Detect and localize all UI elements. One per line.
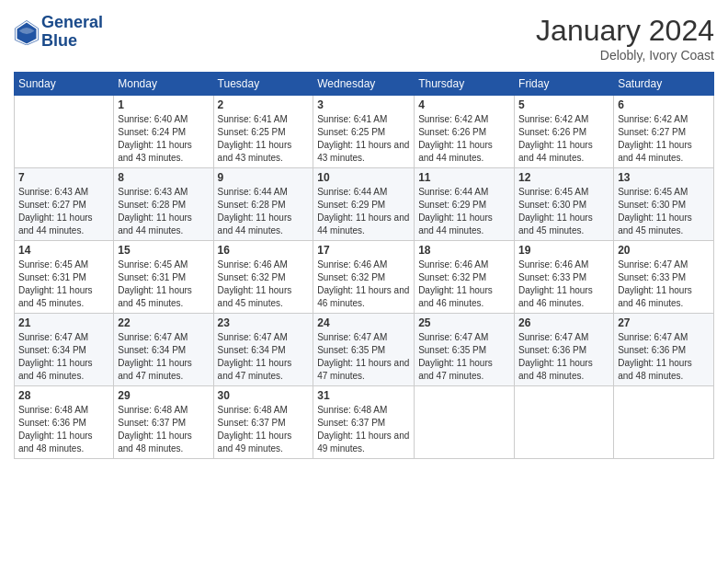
calendar-cell: [614, 386, 714, 459]
calendar-cell: 16Sunrise: 6:46 AMSunset: 6:32 PMDayligh…: [213, 241, 313, 314]
day-info: Sunrise: 6:43 AMSunset: 6:28 PMDaylight:…: [118, 186, 209, 237]
calendar-cell: 17Sunrise: 6:46 AMSunset: 6:32 PMDayligh…: [313, 241, 415, 314]
day-number: 8: [118, 171, 209, 184]
day-info: Sunrise: 6:43 AMSunset: 6:27 PMDaylight:…: [18, 186, 109, 237]
day-info: Sunrise: 6:47 AMSunset: 6:36 PMDaylight:…: [518, 331, 609, 383]
day-info: Sunrise: 6:44 AMSunset: 6:29 PMDaylight:…: [317, 186, 410, 237]
day-number: 13: [618, 171, 710, 184]
day-number: 18: [418, 244, 510, 257]
calendar-cell: 3Sunrise: 6:41 AMSunset: 6:25 PMDaylight…: [313, 96, 415, 168]
calendar-cell: 6Sunrise: 6:42 AMSunset: 6:27 PMDaylight…: [614, 96, 714, 168]
calendar-cell: 25Sunrise: 6:47 AMSunset: 6:35 PMDayligh…: [415, 314, 515, 386]
weekday-friday: Friday: [515, 73, 614, 96]
calendar-cell: 28Sunrise: 6:48 AMSunset: 6:36 PMDayligh…: [15, 386, 114, 459]
weekday-wednesday: Wednesday: [313, 73, 415, 96]
day-number: 12: [518, 171, 609, 184]
day-info: Sunrise: 6:45 AMSunset: 6:31 PMDaylight:…: [118, 259, 209, 310]
calendar-cell: 8Sunrise: 6:43 AMSunset: 6:28 PMDaylight…: [114, 168, 213, 241]
logo-text: General Blue: [41, 14, 103, 51]
calendar-cell: 30Sunrise: 6:48 AMSunset: 6:37 PMDayligh…: [213, 386, 313, 459]
calendar-cell: 15Sunrise: 6:45 AMSunset: 6:31 PMDayligh…: [114, 241, 213, 314]
weekday-monday: Monday: [114, 73, 213, 96]
day-info: Sunrise: 6:46 AMSunset: 6:33 PMDaylight:…: [518, 259, 609, 310]
day-info: Sunrise: 6:47 AMSunset: 6:34 PMDaylight:…: [118, 331, 209, 383]
day-number: 9: [218, 171, 310, 184]
calendar-cell: 19Sunrise: 6:46 AMSunset: 6:33 PMDayligh…: [515, 241, 614, 314]
calendar-cell: 10Sunrise: 6:44 AMSunset: 6:29 PMDayligh…: [313, 168, 415, 241]
day-info: Sunrise: 6:44 AMSunset: 6:28 PMDaylight:…: [218, 186, 310, 237]
location: Delobly, Ivory Coast: [536, 48, 714, 63]
calendar-cell: 9Sunrise: 6:44 AMSunset: 6:28 PMDaylight…: [213, 168, 313, 241]
calendar-cell: 26Sunrise: 6:47 AMSunset: 6:36 PMDayligh…: [515, 314, 614, 386]
calendar-cell: 18Sunrise: 6:46 AMSunset: 6:32 PMDayligh…: [415, 241, 515, 314]
day-number: 29: [118, 389, 209, 402]
day-number: 20: [618, 244, 710, 257]
calendar-cell: 4Sunrise: 6:42 AMSunset: 6:26 PMDaylight…: [415, 96, 515, 168]
calendar-cell: 5Sunrise: 6:42 AMSunset: 6:26 PMDaylight…: [515, 96, 614, 168]
calendar-cell: [515, 386, 614, 459]
day-number: 21: [18, 316, 109, 329]
weekday-sunday: Sunday: [15, 73, 114, 96]
day-info: Sunrise: 6:47 AMSunset: 6:35 PMDaylight:…: [317, 331, 410, 383]
calendar-cell: 21Sunrise: 6:47 AMSunset: 6:34 PMDayligh…: [15, 314, 114, 386]
weekday-saturday: Saturday: [614, 73, 714, 96]
calendar-cell: 31Sunrise: 6:48 AMSunset: 6:37 PMDayligh…: [313, 386, 415, 459]
day-info: Sunrise: 6:45 AMSunset: 6:30 PMDaylight:…: [518, 186, 609, 237]
calendar-cell: 23Sunrise: 6:47 AMSunset: 6:34 PMDayligh…: [213, 314, 313, 386]
logo-line1: General: [41, 14, 103, 32]
calendar-week-5: 28Sunrise: 6:48 AMSunset: 6:36 PMDayligh…: [15, 386, 714, 459]
day-number: 7: [18, 171, 109, 184]
calendar-week-3: 14Sunrise: 6:45 AMSunset: 6:31 PMDayligh…: [15, 241, 714, 314]
day-number: 27: [618, 316, 710, 329]
calendar-cell: [15, 96, 114, 168]
day-info: Sunrise: 6:45 AMSunset: 6:30 PMDaylight:…: [618, 186, 710, 237]
calendar-cell: 12Sunrise: 6:45 AMSunset: 6:30 PMDayligh…: [515, 168, 614, 241]
day-number: 24: [317, 316, 410, 329]
day-info: Sunrise: 6:47 AMSunset: 6:35 PMDaylight:…: [418, 331, 510, 383]
day-number: 14: [18, 244, 109, 257]
calendar-week-1: 1Sunrise: 6:40 AMSunset: 6:24 PMDaylight…: [15, 96, 714, 168]
logo: General Blue: [14, 14, 103, 51]
day-info: Sunrise: 6:46 AMSunset: 6:32 PMDaylight:…: [218, 259, 310, 310]
header: General Blue January 2024 Delobly, Ivory…: [14, 14, 714, 63]
day-info: Sunrise: 6:47 AMSunset: 6:34 PMDaylight:…: [218, 331, 310, 383]
day-info: Sunrise: 6:42 AMSunset: 6:26 PMDaylight:…: [518, 113, 609, 165]
calendar-cell: 13Sunrise: 6:45 AMSunset: 6:30 PMDayligh…: [614, 168, 714, 241]
calendar-week-4: 21Sunrise: 6:47 AMSunset: 6:34 PMDayligh…: [15, 314, 714, 386]
day-info: Sunrise: 6:46 AMSunset: 6:32 PMDaylight:…: [317, 259, 410, 310]
logo-icon: [14, 19, 40, 45]
day-info: Sunrise: 6:47 AMSunset: 6:33 PMDaylight:…: [618, 259, 710, 310]
calendar-week-2: 7Sunrise: 6:43 AMSunset: 6:27 PMDaylight…: [15, 168, 714, 241]
day-number: 5: [518, 98, 609, 111]
day-info: Sunrise: 6:44 AMSunset: 6:29 PMDaylight:…: [418, 186, 510, 237]
day-number: 16: [218, 244, 310, 257]
day-number: 23: [218, 316, 310, 329]
day-number: 4: [418, 98, 510, 111]
day-info: Sunrise: 6:48 AMSunset: 6:37 PMDaylight:…: [218, 404, 310, 455]
day-number: 11: [418, 171, 510, 184]
day-number: 6: [618, 98, 710, 111]
calendar-cell: 24Sunrise: 6:47 AMSunset: 6:35 PMDayligh…: [313, 314, 415, 386]
day-info: Sunrise: 6:47 AMSunset: 6:34 PMDaylight:…: [18, 331, 109, 383]
day-info: Sunrise: 6:41 AMSunset: 6:25 PMDaylight:…: [218, 113, 310, 165]
day-number: 2: [218, 98, 310, 111]
day-number: 22: [118, 316, 209, 329]
day-number: 30: [218, 389, 310, 402]
weekday-header-row: SundayMondayTuesdayWednesdayThursdayFrid…: [15, 73, 714, 96]
calendar-cell: 20Sunrise: 6:47 AMSunset: 6:33 PMDayligh…: [614, 241, 714, 314]
day-info: Sunrise: 6:47 AMSunset: 6:36 PMDaylight:…: [618, 331, 710, 383]
calendar-cell: [415, 386, 515, 459]
day-info: Sunrise: 6:45 AMSunset: 6:31 PMDaylight:…: [18, 259, 109, 310]
calendar-cell: 2Sunrise: 6:41 AMSunset: 6:25 PMDaylight…: [213, 96, 313, 168]
day-info: Sunrise: 6:48 AMSunset: 6:37 PMDaylight:…: [317, 404, 410, 455]
logo-line2: Blue: [41, 32, 103, 51]
day-info: Sunrise: 6:40 AMSunset: 6:24 PMDaylight:…: [118, 113, 209, 165]
calendar-cell: 14Sunrise: 6:45 AMSunset: 6:31 PMDayligh…: [15, 241, 114, 314]
calendar-table: SundayMondayTuesdayWednesdayThursdayFrid…: [14, 72, 714, 459]
day-info: Sunrise: 6:48 AMSunset: 6:36 PMDaylight:…: [18, 404, 109, 455]
day-info: Sunrise: 6:42 AMSunset: 6:27 PMDaylight:…: [618, 113, 710, 165]
month-title: January 2024: [536, 14, 714, 48]
calendar-cell: 7Sunrise: 6:43 AMSunset: 6:27 PMDaylight…: [15, 168, 114, 241]
day-number: 19: [518, 244, 609, 257]
day-number: 31: [317, 389, 410, 402]
